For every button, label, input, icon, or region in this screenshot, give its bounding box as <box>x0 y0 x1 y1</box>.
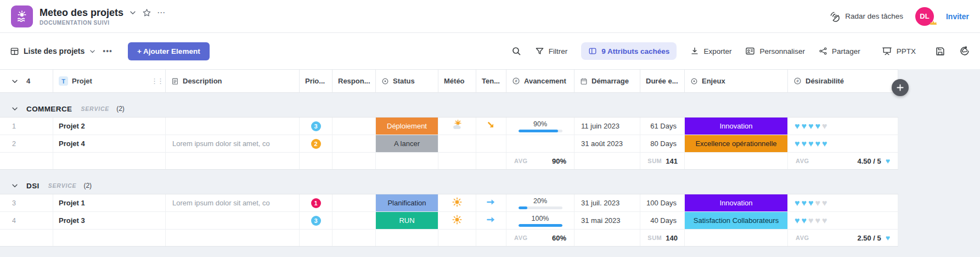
cell-duree[interactable]: 80 Days <box>640 135 685 152</box>
text-type-icon: T <box>59 76 68 86</box>
column-header-demarrage[interactable]: Démarrage <box>575 70 640 92</box>
cell-duree[interactable]: 100 Days <box>640 194 685 211</box>
column-header-enjeux[interactable]: Enjeux <box>685 70 788 92</box>
view-more-button[interactable]: ••• <box>103 47 112 55</box>
cell-enjeux[interactable]: Satisfaction Collaborateurs <box>685 212 788 229</box>
cell-demarrage[interactable]: 31 août 2023 <box>575 135 640 152</box>
cell-status[interactable]: A lancer <box>376 135 438 152</box>
group-chevron-icon[interactable] <box>11 105 19 113</box>
cell-avancement[interactable]: 90% <box>506 118 575 135</box>
invite-button[interactable]: Inviter <box>946 12 969 21</box>
cell-row-number[interactable]: 2 <box>0 135 53 152</box>
column-header-respon[interactable]: Respon... <box>333 70 376 92</box>
cell-description[interactable] <box>166 212 300 229</box>
cell-status[interactable]: Déploiement <box>376 118 438 135</box>
status-chip: Planification <box>376 194 438 211</box>
cell-description[interactable] <box>166 118 300 135</box>
cell-meteo[interactable] <box>438 194 476 211</box>
progress-label: 20% <box>533 197 547 205</box>
cell-description[interactable]: Lorem ipsum dolor sit amet, co <box>166 194 300 211</box>
cell-duree[interactable]: 40 Days <box>640 212 685 229</box>
drag-handle-icon[interactable]: ⋮⋮ <box>151 77 163 85</box>
summary-cell <box>53 153 166 169</box>
sync-cloud-icon[interactable] <box>959 46 970 57</box>
column-header-num[interactable]: 4 <box>0 70 53 92</box>
radar-des-taches-button[interactable]: Radar des tâches <box>830 11 903 22</box>
cell-projet[interactable]: Projet 3 <box>53 212 166 229</box>
cell-description[interactable]: Lorem ipsum dolor sit amet, co <box>166 135 300 152</box>
cell-responsable[interactable] <box>333 135 376 152</box>
cell-projet[interactable]: Projet 2 <box>53 118 166 135</box>
favorite-star-icon[interactable] <box>142 8 151 18</box>
priority-badge: 1 <box>311 198 321 208</box>
hidden-attributes-button[interactable]: 9 Attributs cachées <box>581 42 677 60</box>
cell-meteo[interactable] <box>438 135 476 152</box>
cell-responsable[interactable] <box>333 194 376 211</box>
cell-tendance[interactable] <box>476 194 506 211</box>
cell-desirabilite[interactable]: ♥♥♥♥♥ <box>788 212 898 229</box>
page-title[interactable]: Meteo des projets <box>40 7 123 19</box>
table-row: 4Projet 33RUN100%31 mai 202340 DaysSatis… <box>0 212 898 230</box>
cell-projet[interactable]: Projet 1 <box>53 194 166 211</box>
add-element-button[interactable]: + Ajouter Element <box>128 42 210 60</box>
search-icon[interactable] <box>511 46 521 56</box>
cell-row-number[interactable]: 4 <box>0 212 53 229</box>
collapse-all-chevron-icon[interactable] <box>11 77 19 85</box>
cell-duree[interactable]: 61 Days <box>640 118 685 135</box>
cell-desirabilite[interactable]: ♥♥♥♥♥ <box>788 135 898 152</box>
heart-icon: ♥ <box>815 198 823 208</box>
cell-responsable[interactable] <box>333 212 376 229</box>
cell-desirabilite[interactable]: ♥♥♥♥♥ <box>788 118 898 135</box>
user-avatar[interactable]: DL <box>915 7 934 26</box>
column-header-avancement[interactable]: #Avancement <box>506 70 575 92</box>
cell-avancement[interactable]: 20% <box>506 194 575 211</box>
column-header-status[interactable]: Status <box>376 70 438 92</box>
view-switcher[interactable]: Liste des projets <box>10 47 96 56</box>
cell-meteo[interactable] <box>438 212 476 229</box>
cell-status[interactable]: RUN <box>376 212 438 229</box>
export-button[interactable]: Exporter <box>690 47 731 55</box>
cell-enjeux[interactable]: Innovation <box>685 118 788 135</box>
add-column-button[interactable] <box>892 79 909 96</box>
column-header-duree[interactable]: Durée e... <box>640 70 685 92</box>
column-header-prio[interactable]: Prio... <box>300 70 333 92</box>
column-header-meteo[interactable]: Météo <box>438 70 476 92</box>
cell-tendance[interactable] <box>476 118 506 135</box>
column-header-desirabilite[interactable]: #Désirabilité <box>788 70 898 92</box>
title-more-icon[interactable]: ⋯ <box>157 8 166 18</box>
share-button[interactable]: Partager <box>819 47 860 55</box>
group-chevron-icon[interactable] <box>11 182 19 189</box>
cell-avancement[interactable] <box>506 135 575 152</box>
cell-tendance[interactable] <box>476 212 506 229</box>
cell-demarrage[interactable]: 11 juin 2023 <box>575 118 640 135</box>
cell-priorite[interactable]: 1 <box>300 194 333 211</box>
column-header-ten[interactable]: Ten... <box>476 70 506 92</box>
group-header-dsi[interactable]: DSISERVICE(2) <box>0 177 980 194</box>
avg-label: AVG <box>796 158 809 164</box>
group-header-commerce[interactable]: COMMERCESERVICE(2) <box>0 100 980 117</box>
cell-priorite[interactable]: 3 <box>300 118 333 135</box>
pptx-button[interactable]: PPTX <box>882 46 916 56</box>
cell-avancement[interactable]: 100% <box>506 212 575 229</box>
column-header-projet[interactable]: TProjet⋮⋮ <box>53 70 166 92</box>
cell-priorite[interactable]: 2 <box>300 135 333 152</box>
cell-row-number[interactable]: 3 <box>0 194 53 211</box>
cell-tendance[interactable] <box>476 135 506 152</box>
title-chevron-down-icon[interactable] <box>129 9 137 16</box>
cell-priorite[interactable]: 3 <box>300 212 333 229</box>
cell-desirabilite[interactable]: ♥♥♥♥♥ <box>788 194 898 211</box>
cell-demarrage[interactable]: 31 juil. 2023 <box>575 194 640 211</box>
cell-responsable[interactable] <box>333 118 376 135</box>
column-header-description[interactable]: Description <box>166 70 300 92</box>
cell-enjeux[interactable]: Excellence opérationnelle <box>685 135 788 152</box>
cell-meteo[interactable] <box>438 118 476 135</box>
cell-demarrage[interactable]: 31 mai 2023 <box>575 212 640 229</box>
filter-button[interactable]: Filtrer <box>535 47 568 56</box>
cell-enjeux[interactable]: Innovation <box>685 194 788 211</box>
customize-button[interactable]: Personnaliser <box>745 46 805 56</box>
table-header: 4TProjet⋮⋮DescriptionPrio...Respon...Sta… <box>0 69 898 93</box>
cell-status[interactable]: Planification <box>376 194 438 211</box>
cell-projet[interactable]: Projet 4 <box>53 135 166 152</box>
cell-row-number[interactable]: 1 <box>0 118 53 135</box>
save-icon[interactable] <box>935 46 945 57</box>
